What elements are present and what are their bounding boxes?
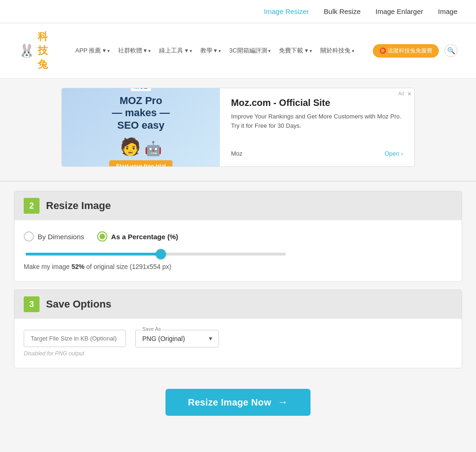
person-icon: 🧑 [120, 137, 141, 157]
radio-dimensions-indicator [24, 231, 34, 242]
size-label-prefix: Make my image [24, 263, 72, 270]
site-header: 🐰 科技兔 APP 推薦 ▾ 社群軟體 ▾ 綠上工具 ▾ 教學 ▾ 3C開箱編評… [0, 23, 476, 79]
save-as-label: Save As [141, 326, 162, 332]
site-nav-review[interactable]: 3C開箱編評測 [229, 46, 271, 55]
size-label: Make my image 52% of original size (1291… [24, 263, 452, 270]
radio-dimensions-label: By Dimensions [38, 233, 84, 241]
ad-footer: Moz Open › [231, 150, 403, 157]
moz-cta-button[interactable]: Start your free trial [109, 160, 172, 167]
moz-tagline: MOZ Pro— makes —SEO easy [112, 95, 170, 131]
ad-banner: MOZ MOZ Pro— makes —SEO easy 🧑 🤖 Start y… [61, 88, 415, 167]
ad-open-link[interactable]: Open › [384, 150, 403, 157]
site-header-right: ⭕ 追蹤科技兔免服費 🔍 [373, 44, 457, 58]
resize-now-button[interactable]: Resize Image Now → [165, 389, 311, 416]
size-label-percent: 52% [72, 263, 85, 270]
support-button[interactable]: ⭕ 追蹤科技兔免服費 [373, 44, 439, 58]
top-navigation: Image Resizer Bulk Resize Image Enlarger… [0, 0, 476, 23]
slider-thumb[interactable] [156, 249, 166, 259]
site-nav-about[interactable]: 關於科技兔 [320, 46, 354, 55]
target-size-input[interactable] [24, 330, 126, 347]
site-nav-download[interactable]: 免費下載 ▾ [279, 46, 311, 55]
nav-image-enlarger[interactable]: Image Enlarger [376, 7, 423, 15]
radio-percentage-label: As a Percentage (%) [111, 233, 178, 241]
radio-by-percentage[interactable]: As a Percentage (%) [97, 231, 178, 242]
section2-title: Resize Image [46, 200, 111, 212]
site-nav-app[interactable]: APP 推薦 ▾ [75, 46, 110, 55]
ad-section: MOZ MOZ Pro— makes —SEO easy 🧑 🤖 Start y… [0, 79, 476, 181]
nav-image-resizer[interactable]: Image Resizer [264, 7, 309, 15]
site-nav-social[interactable]: 社群軟體 ▾ [118, 46, 151, 55]
ad-description: Improve Your Rankings and Get More Custo… [231, 112, 403, 130]
section3-title: Save Options [46, 298, 112, 310]
website-preview-area: 🐰 科技兔 APP 推薦 ▾ 社群軟體 ▾ 綠上工具 ▾ 教學 ▾ 3C開箱編評… [0, 23, 476, 182]
target-size-group [24, 330, 126, 347]
ad-title: Moz.com - Official Site [231, 98, 403, 108]
site-nav: APP 推薦 ▾ 社群軟體 ▾ 綠上工具 ▾ 教學 ▾ 3C開箱編評測 免費下載… [75, 46, 354, 55]
save-options-row: Save As PNG (Original) JPG WEBP GIF BMP … [24, 330, 452, 347]
section2-header: 2 Resize Image [14, 191, 462, 220]
size-label-suffix: of original size (1291x554 px) [85, 263, 172, 270]
logo-rabbit-icon: 🐰 [19, 43, 35, 59]
site-nav-tools[interactable]: 綠上工具 ▾ [159, 46, 192, 55]
search-icon[interactable]: 🔍 [444, 44, 457, 57]
section2-number: 2 [24, 198, 40, 214]
ad-close-button[interactable]: ✕ [407, 91, 411, 97]
slider-track [26, 253, 286, 255]
moz-logo: MOZ [131, 88, 152, 91]
section2-body: By Dimensions As a Percentage (%) Make m… [14, 220, 462, 282]
disabled-note: Disabled for PNG output [24, 350, 452, 357]
logo-text: 科技兔 [38, 30, 57, 72]
main-content: 2 Resize Image By Dimensions As a Percen… [0, 182, 476, 378]
radio-by-dimensions[interactable]: By Dimensions [24, 231, 84, 242]
resize-radio-group: By Dimensions As a Percentage (%) [24, 231, 452, 242]
site-nav-tutorial[interactable]: 教學 ▾ [200, 46, 221, 55]
ad-characters: 🧑 🤖 [120, 137, 162, 157]
format-select[interactable]: PNG (Original) JPG WEBP GIF BMP [135, 330, 219, 347]
section3-number: 3 [24, 296, 40, 312]
section3-body: Save As PNG (Original) JPG WEBP GIF BMP … [14, 319, 462, 368]
percentage-slider-container [24, 253, 452, 255]
ad-right-panel: Moz.com - Official Site Improve Your Ran… [220, 88, 414, 166]
resize-btn-label: Resize Image Now [188, 397, 271, 408]
ad-left-panel: MOZ MOZ Pro— makes —SEO easy 🧑 🤖 Start y… [62, 88, 220, 166]
format-select-group: Save As PNG (Original) JPG WEBP GIF BMP … [135, 330, 219, 347]
ad-brand: Moz [231, 150, 243, 157]
resize-btn-arrow-icon: → [278, 396, 288, 408]
resize-button-container: Resize Image Now → [0, 378, 476, 425]
save-options-section: 3 Save Options Save As PNG (Original) JP… [14, 289, 462, 368]
section3-header: 3 Save Options [14, 290, 462, 319]
site-logo: 🐰 科技兔 [19, 30, 57, 72]
nav-image[interactable]: Image [438, 7, 457, 15]
robot-icon: 🤖 [145, 140, 162, 157]
resize-image-section: 2 Resize Image By Dimensions As a Percen… [14, 191, 462, 282]
slider-fill [26, 253, 161, 255]
ad-label: Ad [398, 91, 404, 96]
nav-bulk-resize[interactable]: Bulk Resize [324, 7, 361, 15]
radio-percentage-indicator [97, 231, 107, 242]
